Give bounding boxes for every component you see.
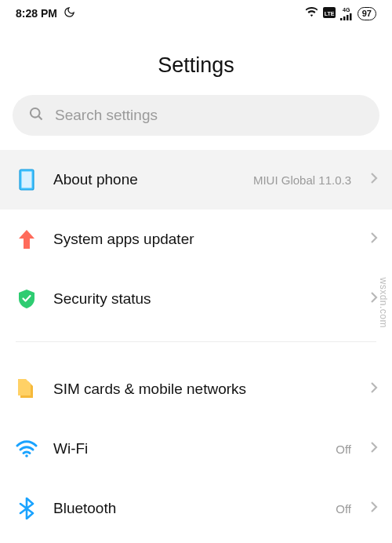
row-label: Wi-Fi [53, 440, 320, 457]
chevron-right-icon [370, 381, 378, 397]
svg-rect-3 [343, 16, 346, 20]
svg-rect-2 [340, 18, 343, 20]
shield-icon [16, 289, 38, 309]
row-security-status[interactable]: Security status [0, 269, 392, 329]
chevron-right-icon [370, 501, 378, 516]
row-label: System apps updater [53, 231, 354, 248]
svg-line-7 [38, 116, 42, 119]
row-system-apps-updater[interactable]: System apps updater [0, 210, 392, 269]
row-value: MIUI Global 11.0.3 [253, 173, 351, 187]
svg-text:LTE: LTE [324, 10, 334, 16]
chevron-right-icon [370, 231, 378, 247]
row-wifi[interactable]: Wi-Fi Off [0, 419, 392, 479]
row-label: SIM cards & mobile networks [53, 381, 354, 398]
svg-point-10 [25, 454, 28, 457]
wifi-icon [305, 5, 318, 21]
status-bar: 8:28 PM LTE 4G 97 [0, 0, 392, 27]
row-value: Off [336, 443, 351, 456]
row-about-phone[interactable]: About phone MIUI Global 11.0.3 [0, 150, 392, 210]
row-label: Bluetooth [53, 500, 320, 517]
page-title: Settings [0, 53, 392, 78]
bluetooth-icon [16, 497, 38, 519]
search-bar[interactable] [13, 95, 379, 136]
row-label: About phone [53, 171, 238, 188]
svg-rect-4 [347, 15, 349, 20]
chevron-right-icon [370, 172, 378, 188]
phone-icon [16, 169, 38, 191]
signal-icon: 4G [340, 7, 353, 20]
svg-rect-9 [22, 172, 32, 188]
battery-indicator: 97 [358, 7, 376, 20]
sim-icon [16, 379, 38, 399]
svg-rect-5 [350, 13, 352, 20]
section-divider [16, 341, 376, 342]
row-sim-cards[interactable]: SIM cards & mobile networks [0, 359, 392, 419]
svg-point-6 [31, 108, 40, 118]
chevron-right-icon [370, 291, 378, 307]
row-label: Security status [53, 290, 354, 308]
status-time: 8:28 PM [16, 7, 57, 20]
row-bluetooth[interactable]: Bluetooth Off [0, 479, 392, 538]
chevron-right-icon [370, 441, 378, 457]
dnd-icon [64, 6, 75, 20]
update-arrow-icon [16, 229, 38, 250]
search-icon [28, 106, 44, 125]
watermark: wsxdn.com [378, 277, 389, 328]
volte-icon: LTE [323, 7, 336, 20]
search-input[interactable] [55, 107, 364, 124]
row-value: Off [336, 502, 351, 516]
wifi-icon [16, 440, 38, 457]
